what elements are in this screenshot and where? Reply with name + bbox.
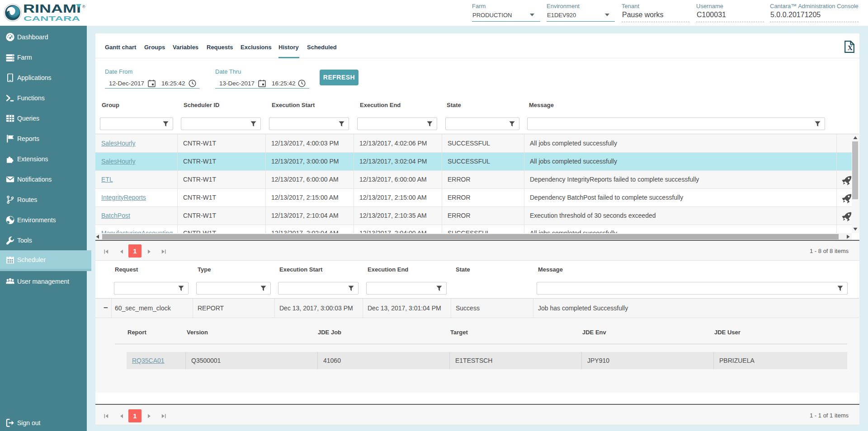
svg-text:RINAMI: RINAMI [23,4,81,14]
svg-text:X: X [848,44,853,52]
svg-text:®: ® [82,5,85,9]
svg-text:CANTARA: CANTARA [24,14,80,22]
